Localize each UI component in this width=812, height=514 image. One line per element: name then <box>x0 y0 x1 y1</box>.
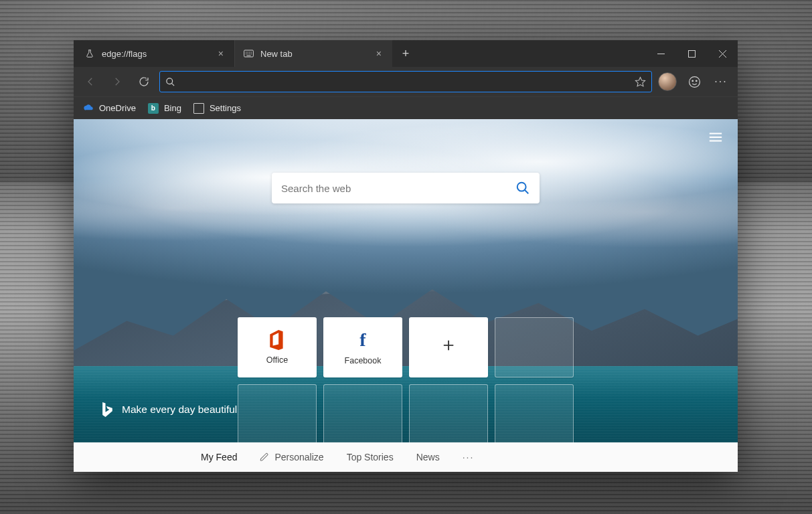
page-settings-button[interactable] <box>708 131 723 143</box>
avatar-icon <box>658 72 677 91</box>
bookmark-onedrive[interactable]: OneDrive <box>83 103 136 114</box>
web-search-input[interactable] <box>281 183 507 194</box>
onedrive-icon <box>83 103 94 114</box>
browser-window: edge://flags × New tab × + <box>74 40 738 472</box>
search-icon[interactable] <box>515 181 530 195</box>
feed-tab-personalize[interactable]: Personalize <box>260 452 323 462</box>
tab-title: New tab <box>260 49 293 59</box>
web-search-box[interactable] <box>272 173 540 203</box>
favorite-icon[interactable] <box>635 76 646 88</box>
navigation-toolbar: ··· <box>74 67 738 96</box>
svg-point-5 <box>696 80 697 82</box>
feed-tab-news[interactable]: News <box>416 452 440 462</box>
profile-button[interactable] <box>656 70 679 93</box>
feed-tab-topstories[interactable]: Top Stories <box>347 452 394 462</box>
feed-tab-label: Personalize <box>274 452 323 462</box>
new-tab-button[interactable]: + <box>392 40 419 67</box>
bing-icon: b <box>148 103 159 114</box>
tile-label: Office <box>266 355 288 365</box>
svg-rect-1 <box>688 50 695 57</box>
keyboard-icon <box>243 48 254 59</box>
svg-point-4 <box>692 80 693 82</box>
tile-placeholder[interactable] <box>495 384 574 444</box>
feed-bar: My Feed Personalize Top Stories News ··· <box>74 442 738 472</box>
tab-newtab[interactable]: New tab × <box>234 40 392 67</box>
tab-title: edge://flags <box>102 49 147 59</box>
bookmarks-bar: OneDrive b Bing Settings <box>74 96 738 119</box>
more-button[interactable]: ··· <box>710 70 732 93</box>
svg-point-6 <box>517 183 526 191</box>
tile-add[interactable]: ＋ <box>409 317 488 377</box>
bing-tagline[interactable]: Make every day beautiful <box>100 402 237 417</box>
address-bar[interactable] <box>159 71 652 92</box>
bookmark-settings[interactable]: Settings <box>193 103 241 114</box>
tile-placeholder[interactable] <box>495 317 574 377</box>
forward-button[interactable] <box>106 70 129 93</box>
page-icon <box>193 103 204 114</box>
back-button[interactable] <box>79 70 102 93</box>
office-icon <box>268 330 286 350</box>
window-controls <box>645 40 738 67</box>
new-tab-page: Office f Facebook ＋ Make every day beaut… <box>74 119 738 472</box>
bookmark-label: Settings <box>210 103 241 113</box>
minimize-button[interactable] <box>645 40 676 67</box>
bookmark-label: Bing <box>164 103 181 113</box>
plus-icon: ＋ <box>439 332 458 357</box>
tile-placeholder[interactable] <box>409 384 488 444</box>
address-input[interactable] <box>181 76 629 87</box>
feed-tab-myfeed[interactable]: My Feed <box>201 452 237 462</box>
close-window-button[interactable] <box>707 40 738 67</box>
close-tab-button[interactable]: × <box>216 46 226 61</box>
svg-point-3 <box>689 76 700 87</box>
tile-placeholder[interactable] <box>323 384 402 444</box>
flask-icon <box>84 48 95 59</box>
bookmark-bing[interactable]: b Bing <box>148 103 181 114</box>
svg-point-2 <box>167 78 173 84</box>
search-icon <box>165 77 175 87</box>
background-clouds <box>74 119 738 313</box>
tile-label: Facebook <box>345 356 382 365</box>
tab-flags[interactable]: edge://flags × <box>76 40 234 67</box>
bing-tagline-text: Make every day beautiful <box>122 404 237 416</box>
maximize-button[interactable] <box>676 40 707 67</box>
quick-link-tiles: Office f Facebook ＋ <box>238 317 574 444</box>
feedback-button[interactable] <box>683 70 706 93</box>
close-tab-button[interactable]: × <box>374 46 384 61</box>
tile-placeholder[interactable] <box>238 384 317 444</box>
facebook-icon: f <box>359 329 366 351</box>
pencil-icon <box>260 452 269 462</box>
tile-facebook[interactable]: f Facebook <box>323 317 402 377</box>
tab-strip: edge://flags × New tab × + <box>74 40 738 67</box>
tile-office[interactable]: Office <box>238 317 317 377</box>
feed-more-button[interactable]: ··· <box>463 452 475 462</box>
bookmark-label: OneDrive <box>99 103 136 113</box>
bing-logo-icon <box>100 402 112 417</box>
refresh-button[interactable] <box>133 70 155 93</box>
